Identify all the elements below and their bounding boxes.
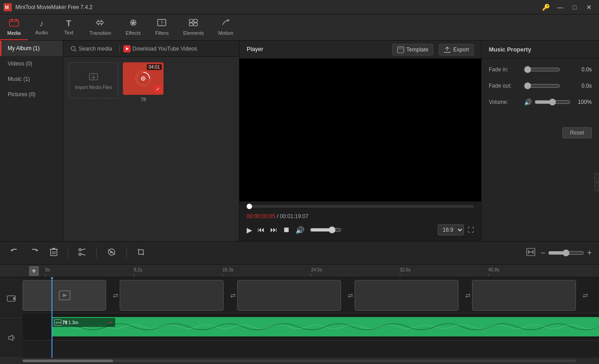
volume-button[interactable]: 🔊 — [295, 226, 304, 234]
delete-button[interactable] — [47, 245, 61, 261]
svg-rect-24 — [398, 47, 404, 49]
download-label: Download YouTube Videos — [132, 46, 197, 52]
template-button[interactable]: Template — [392, 44, 434, 56]
toolbar-motion[interactable]: Motion — [211, 14, 240, 40]
player-seek-bar[interactable] — [247, 205, 474, 208]
video-clip-2[interactable] — [120, 280, 224, 311]
zoom-slider[interactable] — [548, 249, 584, 257]
sidebar-item-my-album[interactable]: My Album (1) — [0, 41, 63, 56]
transition-2[interactable]: ⇄ — [230, 292, 236, 299]
close-button[interactable]: ✕ — [583, 3, 595, 12]
fullscreen-button[interactable]: ⛶ — [468, 226, 474, 233]
sidebar-item-music[interactable]: Music (1) — [0, 71, 63, 87]
prev-frame-button[interactable]: ⏮ — [257, 226, 265, 234]
player-controls: ▶ ⏮ ⏭ ⏹ 🔊 16:9 4:3 1:1 9:16 ⛶ — [239, 223, 481, 241]
transition-5[interactable]: ⇄ — [583, 292, 588, 299]
timeline-scrollbar — [0, 358, 599, 364]
audio-resize-left[interactable]: ⟺ — [54, 319, 61, 326]
sidebar-item-videos[interactable]: Videos (0) — [0, 56, 63, 71]
trash-icon — [50, 247, 58, 257]
sidebar-item-pictures[interactable]: Pictures (0) — [0, 87, 63, 102]
toolbar-audio[interactable]: ♪ Audio — [28, 14, 55, 40]
fade-out-slider[interactable] — [524, 82, 560, 89]
toolbar-transition[interactable]: Transition — [82, 14, 118, 40]
video-clip-4[interactable] — [355, 280, 459, 311]
aspect-ratio-select[interactable]: 16:9 4:3 1:1 9:16 — [438, 224, 464, 235]
fade-in-slider[interactable] — [524, 66, 560, 73]
media-panel: Search media Download YouTube Videos Imp… — [63, 41, 239, 241]
player-controls-left: ▶ ⏮ ⏭ ⏹ 🔊 — [247, 226, 342, 234]
detach-audio-button[interactable] — [104, 245, 119, 261]
fade-out-slider-container — [524, 82, 572, 89]
toolbar-effects[interactable]: Effects — [118, 14, 148, 40]
zoom-controls: − + — [524, 245, 592, 261]
toolbar-filters-label: Filters — [155, 30, 168, 36]
player-thumb[interactable] — [247, 204, 252, 209]
cut-button[interactable] — [75, 245, 89, 261]
media-label: 78 — [123, 97, 164, 102]
properties-panel: Music Property Fade in: 0.0s Fade out: 0… — [482, 41, 599, 241]
tab-player[interactable]: Player — [247, 44, 263, 55]
ruler-tick-5 — [488, 274, 489, 276]
ruler-spacer: + — [23, 266, 45, 276]
waveform-svg — [51, 317, 599, 336]
toolbar-text-label: Text — [64, 30, 73, 35]
download-youtube-button[interactable]: Download YouTube Videos — [123, 45, 197, 52]
time-display: 00:00:00:05 / 00:01:19:07 — [247, 213, 309, 219]
reset-button[interactable]: Reset — [562, 127, 592, 138]
toolbar-text[interactable]: T Text — [55, 14, 82, 40]
maximize-button[interactable]: □ — [568, 3, 581, 12]
crop-icon — [137, 248, 145, 256]
toolbar-audio-label: Audio — [35, 30, 48, 35]
scroll-thumb[interactable] — [23, 359, 113, 362]
transition-3[interactable]: ⇄ — [348, 292, 353, 299]
import-media-button[interactable]: Import Media Files — [69, 62, 118, 98]
transition-1[interactable]: ⇄ — [113, 292, 118, 299]
fade-out-value: 0.0s — [576, 83, 592, 89]
toolbar-media[interactable]: Media — [0, 14, 28, 40]
transition-4[interactable]: ⇄ — [465, 292, 471, 299]
search-media-button[interactable]: Search media — [67, 44, 116, 54]
svg-point-33 — [79, 253, 81, 255]
minimize-button[interactable]: — — [554, 3, 566, 12]
tracks-content: ⇄ ⇄ ⇄ ⇄ ⇄ — [23, 277, 599, 358]
video-clip-1[interactable] — [23, 280, 106, 311]
panel-collapse-handle[interactable]: › — [594, 173, 599, 191]
audio-clip-label: ⟺ 78 1.3m → — [52, 318, 115, 327]
toolbar-filters[interactable]: Filters — [148, 14, 176, 40]
props-body: Fade in: 0.0s Fade out: 0.0s Volume: 🔊 — [482, 59, 599, 145]
redo-button[interactable] — [27, 245, 42, 261]
ruler-mark-1: 8.2s — [134, 267, 142, 272]
title-bar-controls: 🔑 — □ ✕ — [539, 3, 595, 12]
svg-rect-9 — [189, 19, 193, 22]
text-icon: T — [66, 19, 71, 28]
crop-button[interactable] — [134, 245, 148, 261]
zoom-in-button[interactable]: + — [587, 248, 592, 258]
zoom-out-button[interactable]: − — [541, 248, 546, 258]
volume-slider[interactable] — [310, 226, 342, 233]
media-grid: Import Media Files 04:01 ✓ 78 — [63, 57, 239, 241]
props-header: Music Property — [482, 41, 599, 59]
toolbar-elements[interactable]: Elements — [176, 14, 211, 40]
video-clip-3[interactable] — [237, 280, 341, 311]
fit-timeline-button[interactable] — [524, 245, 538, 261]
media-duration: 04:01 — [147, 64, 162, 70]
media-item-78[interactable]: 04:01 ✓ 78 — [123, 62, 164, 102]
audio-waveform[interactable]: ⟺ 78 1.3m → — [51, 317, 599, 336]
toolbar-separator-2 — [96, 247, 97, 258]
undo-button[interactable] — [7, 245, 22, 261]
video-track-label — [0, 279, 23, 318]
export-button[interactable]: Export — [439, 44, 474, 56]
scroll-track[interactable] — [23, 359, 576, 362]
app-title: MiniTool MovieMaker Free 7.4.2 — [15, 4, 93, 10]
play-button[interactable]: ▶ — [247, 226, 252, 234]
settings-button[interactable]: 🔑 — [539, 3, 552, 12]
toolbar-transition-label: Transition — [89, 30, 111, 36]
stop-button[interactable]: ⏹ — [283, 226, 290, 234]
volume-prop-slider[interactable] — [534, 98, 571, 106]
svg-rect-3 — [11, 19, 13, 21]
video-clip-5[interactable] — [472, 280, 576, 311]
add-track-icon[interactable]: + — [29, 266, 39, 276]
next-frame-button[interactable]: ⏭ — [270, 226, 277, 234]
fade-in-value: 0.0s — [576, 66, 592, 73]
